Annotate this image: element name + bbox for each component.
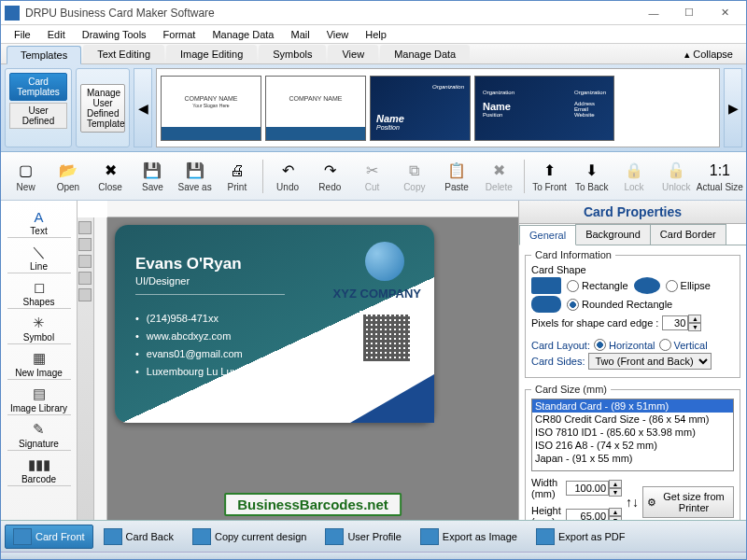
lock-button[interactable]: 🔒Lock [614, 161, 653, 192]
business-card-preview[interactable]: XYZ COMPANY Evans O'Ryan UI/Designer (21… [115, 225, 434, 423]
maximize-button[interactable]: ☐ [671, 2, 707, 24]
user-defined-button[interactable]: User Defined [9, 103, 67, 129]
minimize-button[interactable]: — [636, 2, 671, 24]
undo-button[interactable]: ↶Undo [268, 161, 306, 192]
size-option[interactable]: CR80 Credit Card Size - (86 x 54 mm) [532, 413, 733, 426]
gallery-prev-button[interactable]: ◀ [134, 68, 152, 147]
save-button[interactable]: 💾Save [134, 161, 172, 192]
radio-vertical[interactable]: Vertical [659, 339, 708, 351]
template-thumb[interactable]: COMPANY NAMEYour Slogan Here [161, 76, 261, 141]
tab-imageediting[interactable]: Image Editing [166, 45, 257, 63]
menu-view[interactable]: View [319, 27, 357, 42]
menu-edit[interactable]: Edit [40, 27, 73, 42]
template-thumb[interactable]: OrganizationNamePositionOrganizationAddr… [474, 76, 614, 141]
qr-code [359, 311, 414, 365]
bottom-copydesign[interactable]: Copy current design [184, 525, 315, 549]
bottom-userprofile[interactable]: User Profile [317, 525, 409, 549]
radio-horizontal[interactable]: Horizontal [594, 339, 655, 351]
size-option[interactable]: Standard Card - (89 x 51mm) [532, 399, 733, 413]
saveas-button[interactable]: 💾Save as [176, 161, 214, 192]
spin-up-icon[interactable]: ▲ [688, 315, 701, 323]
tofront-button[interactable]: ⬆To Front [530, 161, 569, 192]
radio-ellipse[interactable]: Ellipse [666, 280, 711, 292]
bottom-cardback[interactable]: Card Back [95, 525, 182, 549]
menu-help[interactable]: Help [358, 27, 394, 42]
tool-barcode[interactable]: ▮▮▮Barcode [3, 455, 75, 488]
lock-icon: 🔒 [624, 161, 644, 181]
tool-line[interactable]: ＼Line [3, 242, 75, 275]
tool-signature[interactable]: ✎Signature [3, 419, 75, 453]
ribbon-collapse[interactable]: ▴ Collapse [677, 46, 740, 63]
menu-mail[interactable]: Mail [283, 27, 317, 42]
close-button[interactable]: ✖Close [92, 161, 130, 192]
bottom-cardfront[interactable]: Card Front [5, 525, 93, 549]
height-label: Height (mm) [531, 505, 562, 520]
print-icon: 🖨 [227, 161, 247, 181]
copy-button[interactable]: ⧉Copy [395, 161, 433, 192]
mini-tool[interactable] [78, 288, 92, 301]
menu-file[interactable]: File [7, 27, 38, 42]
close-window-button[interactable]: ✕ [707, 2, 742, 24]
mini-tool[interactable] [78, 255, 92, 268]
card-templates-button[interactable]: Card Templates [9, 73, 67, 101]
actualsize-button[interactable]: 1:1Actual Size [699, 161, 740, 192]
template-thumb[interactable]: OrganizationNamePosition [370, 76, 471, 141]
size-option[interactable]: ISO 216 A8 - (74 x 52 mm) [532, 439, 733, 452]
mini-tool[interactable] [78, 221, 92, 234]
toback-button[interactable]: ⬇To Back [572, 161, 611, 192]
menu-format[interactable]: Format [156, 27, 204, 42]
bottom-exportimg[interactable]: Export as Image [412, 525, 526, 549]
unlock-button[interactable]: 🔓Unlock [657, 161, 696, 192]
tool-shapes[interactable]: ◻Shapes [3, 277, 75, 311]
menu-drawingtools[interactable]: Drawing Tools [75, 27, 154, 42]
app-icon [5, 6, 20, 21]
tab-view[interactable]: View [328, 45, 378, 63]
manage-user-defined-template-button[interactable]: Manage User Defined Template [80, 84, 125, 133]
get-size-from-printer-button[interactable]: ⚙Get size from Printer [642, 486, 734, 518]
swap-dimensions-button[interactable]: ↑↓ [626, 495, 639, 510]
print-button[interactable]: 🖨Print [218, 161, 256, 192]
tab-general[interactable]: General [519, 225, 576, 245]
tab-textediting[interactable]: Text Editing [83, 45, 164, 63]
bottom-exportpdf[interactable]: Export as PDF [528, 525, 634, 549]
tab-background[interactable]: Background [575, 224, 651, 245]
tool-newimage[interactable]: ▦New Image [3, 348, 75, 382]
width-spinner[interactable]: ▲▼ [566, 480, 622, 497]
delete-button[interactable]: ✖Delete [480, 161, 518, 192]
paste-button[interactable]: 📋Paste [437, 161, 475, 192]
text-icon: A [27, 208, 51, 225]
card-sides-select[interactable]: Two (Front and Back) [588, 353, 712, 370]
pixels-edge-spinner[interactable]: ▲▼ [662, 315, 701, 331]
new-button[interactable]: ▢New [7, 161, 45, 192]
tab-cardborder[interactable]: Card Border [650, 224, 726, 245]
redo-button[interactable]: ↷Redo [311, 161, 349, 192]
tool-imagelib[interactable]: ▤Image Library [3, 384, 75, 417]
card-phone: (214)958-471xx [135, 313, 275, 324]
tool-symbol[interactable]: ✳Symbol [3, 313, 75, 346]
template-thumb[interactable]: COMPANY NAME [265, 76, 366, 141]
open-button[interactable]: 📂Open [49, 161, 87, 192]
properties-body: Card Information Card Shape Rectangle El… [519, 245, 746, 520]
mini-tool[interactable] [78, 238, 92, 251]
card-size-listbox[interactable]: Standard Card - (89 x 51mm)CR80 Credit C… [531, 399, 734, 471]
tab-templates[interactable]: Templates [7, 46, 81, 64]
tab-symbols[interactable]: Symbols [259, 45, 326, 63]
tab-managedata[interactable]: Manage Data [380, 45, 470, 63]
size-option[interactable]: Japan - (91 x 55 mm) [532, 452, 733, 465]
tool-text[interactable]: AText [3, 206, 75, 240]
cut-button[interactable]: ✂Cut [353, 161, 391, 192]
card-address: Luxembourg Lu Lux 4334 Fr [135, 366, 275, 377]
card-info-legend: Card Information [531, 249, 615, 260]
menu-managedata[interactable]: Manage Data [204, 27, 281, 42]
size-option[interactable]: ISO 7810 ID1 - (85.60 x 53.98 mm) [532, 426, 733, 439]
canvas-area[interactable]: XYZ COMPANY Evans O'Ryan UI/Designer (21… [107, 217, 518, 520]
gallery-next-button[interactable]: ▶ [724, 68, 742, 147]
barcode-icon: ▮▮▮ [27, 456, 51, 473]
spin-down-icon[interactable]: ▼ [688, 323, 701, 331]
radio-rounded-rectangle[interactable]: Rounded Rectangle [567, 299, 672, 311]
height-spinner[interactable]: ▲▼ [566, 508, 622, 520]
mini-tool[interactable] [78, 272, 92, 285]
radio-rectangle[interactable]: Rectangle [567, 280, 628, 292]
card-size-fieldset: Card Size (mm) Standard Card - (89 x 51m… [525, 384, 740, 520]
width-label: Width (mm) [531, 477, 562, 499]
